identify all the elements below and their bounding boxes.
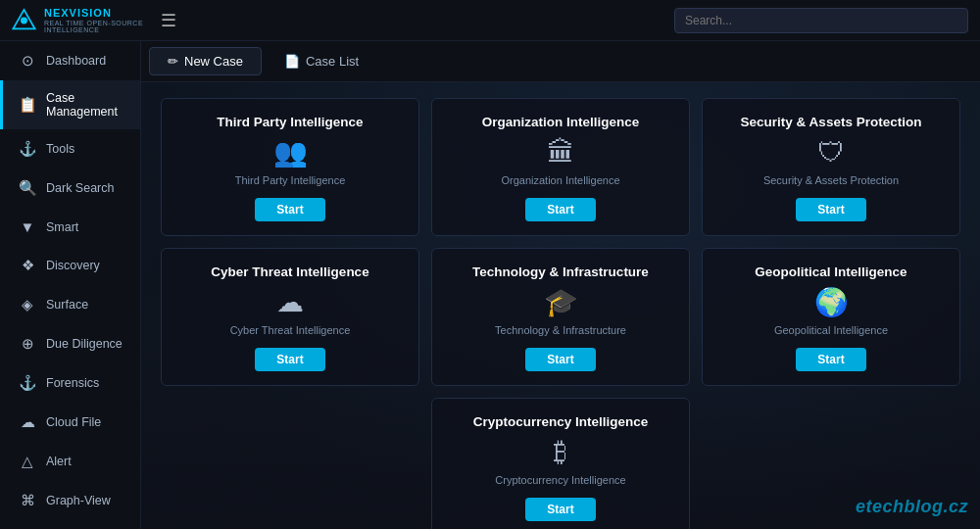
card-technology-infra-label: Technology & Infrastructure xyxy=(495,324,626,336)
card-organization-label: Organization Intelligence xyxy=(501,174,619,186)
smart-icon: ▼ xyxy=(19,218,36,235)
forensics-icon: ⚓ xyxy=(19,374,36,392)
tab-case-list-label: Case List xyxy=(306,54,359,69)
cloud-file-icon: ☁ xyxy=(19,413,36,431)
search-input[interactable] xyxy=(674,8,968,33)
dark-search-icon: 🔍 xyxy=(19,179,36,197)
card-cryptocurrency-title: Cryptocurrency Intelligence xyxy=(473,414,649,429)
sidebar-label-cloud-file: Cloud File xyxy=(46,415,101,429)
card-geopolitical[interactable]: Geopolitical Intelligence 🌍 Geopolitical… xyxy=(702,248,960,386)
due-diligence-icon: ⊕ xyxy=(19,335,36,353)
card-geopolitical-label: Geopolitical Intelligence xyxy=(774,324,888,336)
logo-text: NEXVISION REAL TIME OPEN-SOURCE INTELLIG… xyxy=(44,7,153,33)
sidebar-item-forensics[interactable]: ⚓ Forensics xyxy=(0,363,140,403)
discovery-icon: ❖ xyxy=(19,257,36,274)
tools-icon: ⚓ xyxy=(19,140,36,158)
card-third-party[interactable]: Third Party Intelligence 👥 Third Party I… xyxy=(161,98,419,236)
logo-icon xyxy=(12,3,36,38)
tabs-bar: ✏ New Case 📄 Case List xyxy=(141,41,980,82)
technology-infra-start-button[interactable]: Start xyxy=(525,348,595,371)
organization-start-button[interactable]: Start xyxy=(525,198,595,221)
sidebar-item-alert[interactable]: △ Alert xyxy=(0,442,140,481)
dashboard-icon: ⊙ xyxy=(19,52,36,70)
card-technology-infra[interactable]: Technology & Infrastructure 🎓 Technology… xyxy=(431,248,690,386)
sidebar-label-discovery: Discovery xyxy=(46,259,100,272)
card-geopolitical-title: Geopolitical Intelligence xyxy=(755,264,906,279)
sidebar-item-bookmark[interactable]: 🔖 Bookmark xyxy=(0,520,140,529)
geopolitical-icon: 🌍 xyxy=(814,289,849,316)
logo-area: NEXVISION REAL TIME OPEN-SOURCE INTELLIG… xyxy=(12,3,153,38)
third-party-icon: 👥 xyxy=(273,139,308,167)
card-security-assets[interactable]: Security & Assets Protection 🛡 Security … xyxy=(702,98,960,236)
cards-grid: Third Party Intelligence 👥 Third Party I… xyxy=(161,98,960,529)
sidebar: ⊙ Dashboard 📋 Case Management ⚓ Tools 🔍 … xyxy=(0,41,141,529)
third-party-start-button[interactable]: Start xyxy=(255,198,324,221)
cyber-threat-icon: ☁ xyxy=(276,289,304,316)
cryptocurrency-start-button[interactable]: Start xyxy=(525,498,595,521)
tab-new-case[interactable]: ✏ New Case xyxy=(149,47,262,75)
sidebar-label-surface: Surface xyxy=(46,298,88,312)
hamburger-icon[interactable]: ☰ xyxy=(161,10,176,31)
geopolitical-start-button[interactable]: Start xyxy=(796,348,865,371)
surface-icon: ◈ xyxy=(19,296,36,313)
card-security-assets-title: Security & Assets Protection xyxy=(741,115,922,129)
sidebar-item-smart[interactable]: ▼ Smart xyxy=(0,208,140,246)
sidebar-label-dark-search: Dark Search xyxy=(46,181,114,195)
card-third-party-title: Third Party Intelligence xyxy=(217,115,363,129)
tab-case-list[interactable]: 📄 Case List xyxy=(266,47,377,75)
main-content: ✏ New Case 📄 Case List Third Party Intel… xyxy=(141,41,980,529)
sidebar-item-discovery[interactable]: ❖ Discovery xyxy=(0,246,140,285)
card-cyber-threat[interactable]: Cyber Threat Intelligence ☁ Cyber Threat… xyxy=(161,248,419,386)
card-cyber-threat-title: Cyber Threat Intelligence xyxy=(211,264,368,279)
alert-icon: △ xyxy=(19,453,36,470)
sidebar-item-due-diligence[interactable]: ⊕ Due Diligence xyxy=(0,324,140,363)
sidebar-label-graph-view: Graph-View xyxy=(46,494,111,507)
sidebar-label-smart: Smart xyxy=(46,220,78,234)
tab-new-case-label: New Case xyxy=(184,54,243,69)
cryptocurrency-icon: ₿ xyxy=(554,439,567,466)
topbar: NEXVISION REAL TIME OPEN-SOURCE INTELLIG… xyxy=(0,0,980,41)
card-cyber-threat-label: Cyber Threat Intelligence xyxy=(230,324,351,336)
watermark: etechblog.cz xyxy=(856,497,968,517)
card-organization-title: Organization Intelligence xyxy=(482,115,640,129)
sidebar-label-alert: Alert xyxy=(46,455,72,468)
security-assets-start-button[interactable]: Start xyxy=(796,198,865,221)
sidebar-item-case-management[interactable]: 📋 Case Management xyxy=(0,80,140,129)
sidebar-item-tools[interactable]: ⚓ Tools xyxy=(0,129,140,168)
sidebar-item-surface[interactable]: ◈ Surface xyxy=(0,285,140,324)
sidebar-label-forensics: Forensics xyxy=(46,376,99,390)
card-cryptocurrency[interactable]: Cryptocurrency Intelligence ₿ Cryptocurr… xyxy=(431,398,690,529)
sidebar-label-dashboard: Dashboard xyxy=(46,54,106,68)
sidebar-item-dark-search[interactable]: 🔍 Dark Search xyxy=(0,168,140,208)
card-technology-infra-title: Technology & Infrastructure xyxy=(472,264,649,279)
technology-infra-icon: 🎓 xyxy=(544,289,578,316)
sidebar-label-tools: Tools xyxy=(46,142,74,156)
list-icon: 📄 xyxy=(284,54,300,69)
graph-view-icon: ⌘ xyxy=(19,492,36,509)
sidebar-item-dashboard[interactable]: ⊙ Dashboard xyxy=(0,41,140,80)
organization-icon: 🏛 xyxy=(547,139,574,167)
sidebar-label-due-diligence: Due Diligence xyxy=(46,337,122,351)
case-management-icon: 📋 xyxy=(19,96,36,114)
layout: ⊙ Dashboard 📋 Case Management ⚓ Tools 🔍 … xyxy=(0,41,980,529)
card-security-assets-label: Security & Assets Protection xyxy=(763,174,899,186)
sidebar-label-case-management: Case Management xyxy=(46,91,124,119)
security-assets-icon: 🛡 xyxy=(817,139,845,167)
svg-point-1 xyxy=(21,17,27,24)
cyber-threat-start-button[interactable]: Start xyxy=(255,348,324,371)
card-third-party-label: Third Party Intelligence xyxy=(235,174,346,186)
sidebar-item-cloud-file[interactable]: ☁ Cloud File xyxy=(0,403,140,442)
pencil-icon: ✏ xyxy=(168,54,178,69)
cards-container: Third Party Intelligence 👥 Third Party I… xyxy=(141,82,980,529)
card-cryptocurrency-label: Cryptocurrency Intelligence xyxy=(495,474,625,486)
sidebar-item-graph-view[interactable]: ⌘ Graph-View xyxy=(0,481,140,520)
card-organization[interactable]: Organization Intelligence 🏛 Organization… xyxy=(431,98,690,236)
